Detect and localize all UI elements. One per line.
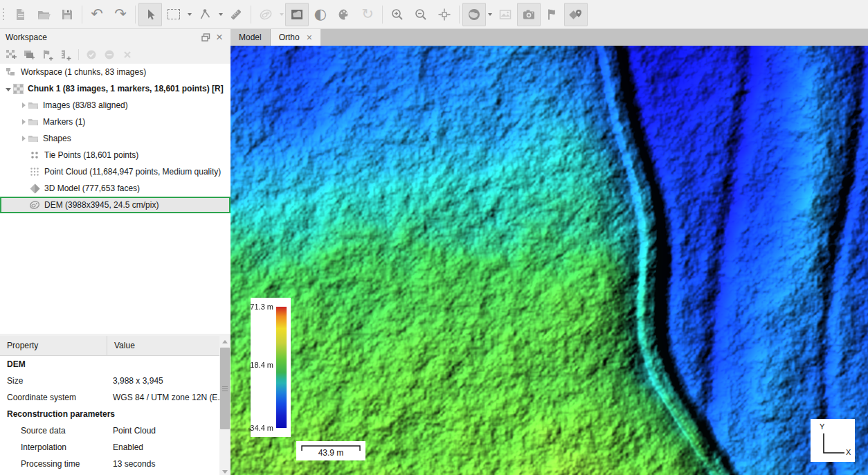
camera-icon <box>522 8 536 21</box>
expand-arrow-icon[interactable] <box>19 136 28 141</box>
workspace-icon <box>6 66 17 78</box>
rotate-view-button[interactable]: ↻ <box>356 3 379 26</box>
scale-bar-label: 43.9 m <box>296 448 365 458</box>
scale-bar: 43.9 m <box>296 441 365 460</box>
ortho-viewport: 71.3 m 18.4 m -34.4 m 43.9 m Y X <box>230 46 868 475</box>
contrast-icon: ◐ <box>314 7 327 21</box>
fit-view-button[interactable] <box>433 3 456 26</box>
tree-item-tie-points[interactable]: Tie Points (18,601 points) <box>0 147 230 163</box>
float-panel-button[interactable] <box>199 31 213 44</box>
measure-tool-dropdown[interactable] <box>217 3 224 26</box>
axis-y-label: Y <box>820 422 824 431</box>
new-project-button[interactable] <box>8 3 32 26</box>
property-row-source-data: Source dataPoint Cloud <box>0 422 219 439</box>
fit-view-icon <box>437 8 451 21</box>
capture-view-button[interactable] <box>517 3 541 26</box>
hillshade-view-button[interactable] <box>285 3 309 26</box>
enable-check-icon <box>86 49 97 60</box>
dem-icon <box>29 199 40 210</box>
expand-arrow-icon[interactable] <box>19 102 28 108</box>
tree-item-images[interactable]: Images (83/83 aligned) <box>0 97 230 114</box>
tab-close-icon[interactable]: × <box>307 33 312 42</box>
tree-item-chunk[interactable]: Chunk 1 (83 images, 1 markers, 18,601 po… <box>0 80 230 97</box>
toolbar-separator <box>135 6 136 24</box>
new-document-icon <box>13 8 27 21</box>
scrollbar-thumb[interactable] <box>220 348 230 429</box>
redo-button[interactable]: ↷ <box>109 3 132 26</box>
add-chunk-button[interactable] <box>4 48 19 62</box>
zoom-out-icon <box>414 8 428 21</box>
disable-button[interactable] <box>102 48 117 62</box>
properties-panel: Property Value DEM Size3,988 x 3,945 Coo… <box>0 334 230 475</box>
zoom-in-button[interactable] <box>386 3 409 26</box>
add-marker-button[interactable] <box>40 48 55 62</box>
dem-canvas[interactable] <box>230 46 868 475</box>
cursor-arrow-icon <box>143 8 157 21</box>
workspace-panel-header: Workspace × <box>0 29 230 46</box>
globe-view-dropdown[interactable] <box>486 3 494 26</box>
add-chunk-icon <box>6 49 18 61</box>
toolbar-grip-handle[interactable] <box>3 8 4 20</box>
close-panel-button[interactable]: × <box>213 31 226 44</box>
zoom-in-icon <box>390 8 404 21</box>
legend-gradient-bar <box>276 307 287 428</box>
remove-button[interactable] <box>120 48 135 62</box>
property-row-size: Size3,988 x 3,945 <box>0 373 219 389</box>
workspace-tree: Workspace (1 chunks, 83 images) Chunk 1 … <box>0 64 230 366</box>
rectangle-selection-dropdown[interactable] <box>186 3 193 26</box>
folder-icon <box>28 100 39 111</box>
view-tab-bar: Model Ortho × <box>230 29 868 46</box>
tree-item-3d-model[interactable]: 3D Model (777,653 faces) <box>0 180 230 197</box>
redo-icon: ↷ <box>114 7 127 21</box>
legend-max-label: 71.3 m <box>250 303 273 311</box>
folder-icon <box>28 133 39 144</box>
scroll-up-arrow[interactable] <box>219 336 230 347</box>
contour-lines-icon <box>259 8 273 21</box>
toolbar-separator <box>459 6 460 24</box>
workspace-panel: Workspace × <box>0 29 230 475</box>
undo-icon: ↶ <box>91 7 103 21</box>
selection-tool-button[interactable] <box>138 3 162 26</box>
measure-tool-button[interactable] <box>193 3 217 26</box>
contour-tool-button[interactable] <box>254 3 278 26</box>
rectangle-selection-button[interactable] <box>162 3 186 26</box>
property-row-coordinate-system: Coordinate systemWGS 84 / UTM zone 12N (… <box>0 389 219 406</box>
hillshade-map-icon <box>290 8 304 21</box>
ruler-button[interactable] <box>224 3 248 26</box>
ortho-image-button[interactable] <box>494 3 517 26</box>
image-icon <box>498 8 512 21</box>
tree-item-markers[interactable]: Markers (1) <box>0 114 230 130</box>
collapse-arrow-icon[interactable] <box>4 87 12 91</box>
add-scalebar-button[interactable] <box>58 48 73 62</box>
tree-item-dem[interactable]: DEM (3988x3945, 24.5 cm/pix) <box>0 197 230 213</box>
scroll-down-arrow[interactable] <box>219 466 230 475</box>
zoom-out-button[interactable] <box>409 3 433 26</box>
globe-view-button[interactable] <box>462 3 486 26</box>
property-row-reconstruction-parameters: Reconstruction parameters <box>0 406 219 422</box>
float-window-icon <box>201 33 210 42</box>
add-marker-icon <box>42 49 54 61</box>
disable-minus-icon <box>104 49 115 60</box>
app-window: ↶ ↷ ◐ ↻ <box>0 0 868 475</box>
properties-scrollbar[interactable] <box>219 336 230 475</box>
palette-button[interactable] <box>332 3 356 26</box>
property-row-dem: DEM <box>0 356 219 373</box>
add-scalebar-icon <box>60 49 72 61</box>
brightness-contrast-button[interactable]: ◐ <box>309 3 332 26</box>
flag-icon <box>545 8 559 21</box>
save-project-button[interactable] <box>55 3 79 26</box>
property-column-header: Property <box>0 336 107 355</box>
undo-button[interactable]: ↶ <box>85 3 109 26</box>
tree-item-shapes[interactable]: Shapes <box>0 130 230 147</box>
contour-tool-dropdown[interactable] <box>278 3 285 26</box>
shapes-layer-button[interactable] <box>564 3 588 26</box>
tree-item-point-cloud[interactable]: Point Cloud (11,684,947 points, Medium q… <box>0 163 230 180</box>
add-photos-button[interactable] <box>22 48 37 62</box>
flag-marker-button[interactable] <box>541 3 564 26</box>
open-project-button[interactable] <box>32 3 55 26</box>
expand-arrow-icon[interactable] <box>19 119 28 125</box>
tab-ortho[interactable]: Ortho × <box>271 29 320 46</box>
tree-item-workspace[interactable]: Workspace (1 chunks, 83 images) <box>0 64 230 80</box>
tab-model[interactable]: Model <box>230 29 271 46</box>
enable-button[interactable] <box>84 48 99 62</box>
